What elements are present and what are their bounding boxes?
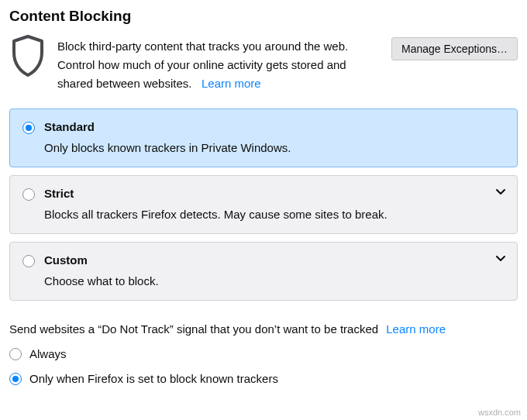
intro-text: Block third-party content that tracks yo… [57,34,381,93]
option-strict[interactable]: Strict Blocks all trackers Firefox detec… [9,175,518,234]
intro-row: Block third-party content that tracks yo… [9,34,518,93]
option-custom-body: Custom Choose what to block. [44,253,505,287]
option-standard[interactable]: Standard Only blocks known trackers in P… [9,108,518,167]
radio-strict[interactable] [22,188,35,201]
chevron-down-icon[interactable] [495,187,506,198]
radio-standard[interactable] [22,122,35,134]
option-standard-title: Standard [44,120,505,133]
dnt-option-always[interactable]: Always [9,346,518,360]
section-heading: Content Blocking [9,8,518,25]
option-custom-desc: Choose what to block. [44,274,505,287]
dnt-option-only-block-label: Only when Firefox is set to block known … [29,372,278,385]
option-strict-desc: Blocks all trackers Firefox detects. May… [44,208,505,221]
chevron-down-icon[interactable] [495,253,506,264]
watermark: wsxdn.com [478,408,521,417]
radio-custom[interactable] [22,255,35,267]
dnt-label: Send websites a “Do Not Track” signal th… [9,322,378,336]
option-custom-title: Custom [44,253,505,267]
dnt-section: Send websites a “Do Not Track” signal th… [9,322,518,385]
radio-dnt-always[interactable] [9,348,22,360]
option-strict-title: Strict [44,187,505,200]
option-standard-body: Standard Only blocks known trackers in P… [44,120,505,154]
option-standard-desc: Only blocks known trackers in Private Wi… [44,141,505,154]
option-strict-body: Strict Blocks all trackers Firefox detec… [44,187,505,221]
dnt-option-only-block[interactable]: Only when Firefox is set to block known … [9,371,518,385]
shield-icon [9,34,46,77]
learn-more-link[interactable]: Learn more [202,77,261,90]
option-custom[interactable]: Custom Choose what to block. [9,242,518,301]
dnt-option-always-label: Always [29,347,67,360]
manage-exceptions-button[interactable]: Manage Exceptions… [391,37,518,60]
radio-dnt-only-block[interactable] [9,373,22,385]
dnt-learn-more-link[interactable]: Learn more [386,322,446,336]
